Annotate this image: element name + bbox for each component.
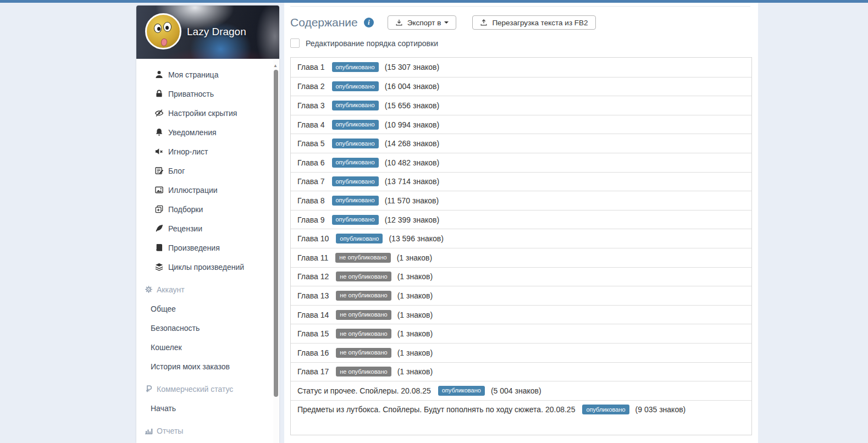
sidebar-section-label: Аккаунт	[157, 285, 185, 294]
reload-button-label: Перезагрузка текста из FB2	[492, 19, 588, 27]
chapter-row: Глава 11 не опубликовано (1 знаков)	[291, 248, 751, 267]
status-badge: опубликовано	[332, 215, 379, 225]
user-icon	[154, 70, 164, 79]
sidebar-item-label: Безопасность	[151, 324, 200, 333]
sidebar-item-label: Игнор-лист	[168, 147, 208, 156]
status-badge: опубликовано	[336, 234, 383, 243]
chapter-title-link[interactable]: Глава 8	[297, 196, 325, 205]
sidebar-item-start-commercial[interactable]: Начать	[136, 398, 279, 418]
export-button[interactable]: Экспорт в	[388, 15, 457, 30]
chapters-list: Глава 1 опубликовано (15 307 знаков) Гла…	[290, 57, 752, 435]
sidebar-menu: Моя страница Приватность Настройки скрыт…	[136, 59, 279, 440]
chapter-title-link[interactable]: Глава 13	[297, 291, 329, 300]
chevron-down-icon	[444, 21, 449, 24]
sidebar-item-blog[interactable]: Блог	[136, 161, 279, 180]
chapter-title-link[interactable]: Глава 3	[297, 101, 325, 110]
profile-name: Lazy Dragon	[187, 26, 246, 38]
chapter-title-link[interactable]: Глава 2	[297, 82, 325, 91]
avatar[interactable]	[145, 13, 181, 49]
sidebar-item-label: Блог	[168, 167, 185, 175]
sidebar-item-label: Приватность	[168, 90, 214, 98]
chapter-title-link[interactable]: Глава 10	[297, 234, 329, 243]
sidebar-item-notifications[interactable]: Уведомления	[136, 123, 279, 142]
ruble-icon	[144, 384, 153, 394]
mute-icon	[154, 147, 164, 156]
scroll-up-icon[interactable]: ▲	[273, 64, 278, 68]
main-panel: Содержание i Экспорт в Перезагрузка текс…	[284, 3, 758, 443]
collections-icon	[154, 204, 164, 214]
status-badge: опубликовано	[332, 158, 379, 168]
chapter-title-link[interactable]: Глава 7	[297, 177, 325, 186]
reload-fb2-button[interactable]: Перезагрузка текста из FB2	[472, 15, 595, 30]
status-badge: опубликовано	[332, 81, 379, 91]
sidebar-section-account[interactable]: Аккаунт	[136, 280, 279, 299]
sidebar-item-label: Настройки скрытия	[168, 109, 237, 118]
avatar-eye	[154, 24, 162, 33]
sidebar-item-reviews[interactable]: Рецензии	[136, 219, 279, 238]
avatar-tongue	[161, 38, 168, 47]
sidebar-item-ignore-list[interactable]: Игнор-лист	[136, 142, 279, 161]
chapter-title-link[interactable]: Глава 16	[297, 348, 329, 357]
sidebar-section-commercial-status[interactable]: Коммерческий статус	[136, 379, 279, 398]
chapter-title-link[interactable]: Глава 1	[297, 63, 325, 71]
sidebar-scrollbar-thumb[interactable]	[274, 70, 278, 397]
chapter-row: Статус и прочее. Спойлеры. 20.08.25 опуб…	[291, 381, 751, 400]
chapter-title-link[interactable]: Глава 6	[297, 158, 325, 167]
settings-sidebar: Lazy Dragon Моя страница Приватность Нас…	[136, 5, 279, 443]
sidebar-item-label: Подборки	[168, 205, 203, 214]
status-badge: опубликовано	[332, 176, 379, 186]
sidebar-item-work-cycles[interactable]: Циклы произведений	[136, 257, 279, 276]
sort-order-checkbox[interactable]	[290, 38, 300, 48]
upload-icon	[480, 19, 488, 26]
status-badge: опубликовано	[332, 120, 379, 130]
chapter-title-link[interactable]: Глава 14	[297, 311, 329, 319]
header-divider	[290, 6, 750, 7]
sidebar-item-collections[interactable]: Подборки	[136, 200, 279, 219]
sidebar-item-label: Произведения	[168, 243, 220, 252]
profile-card[interactable]: Lazy Dragon	[136, 5, 279, 59]
chapter-row: Глава 1 опубликовано (15 307 знаков)	[291, 58, 751, 77]
sidebar-item-general[interactable]: Общее	[136, 299, 279, 318]
bell-icon	[154, 128, 164, 137]
sidebar-item-hide-settings[interactable]: Настройки скрытия	[136, 103, 279, 123]
info-icon[interactable]: i	[364, 18, 374, 27]
sidebar-item-works[interactable]: Произведения	[136, 238, 279, 257]
chapter-title-link[interactable]: Глава 5	[297, 139, 325, 148]
chapter-row: Глава 15 не опубликовано (1 знаков)	[291, 324, 751, 343]
chapter-row: Глава 10 опубликовано (13 596 знаков)	[291, 229, 751, 248]
sidebar-item-wallet[interactable]: Кошелек	[136, 337, 279, 357]
chapter-row: Глава 13 не опубликовано (1 знаков)	[291, 286, 751, 305]
chapter-row: Глава 14 не опубликовано (1 знаков)	[291, 305, 751, 324]
chapter-title-link[interactable]: Глава 12	[297, 272, 329, 281]
status-badge: опубликовано	[332, 101, 379, 110]
status-badge: не опубликовано	[336, 291, 391, 301]
status-badge: опубликовано	[332, 139, 379, 148]
status-badge: опубликовано	[582, 405, 629, 414]
chapter-row: Глава 7 опубликовано (13 714 знаков)	[291, 172, 751, 191]
gears-icon	[144, 285, 153, 294]
sidebar-item-my-page[interactable]: Моя страница	[136, 65, 279, 84]
eye-slash-icon	[154, 108, 164, 118]
chapter-title-link[interactable]: Глава 9	[297, 215, 325, 224]
sidebar-item-security[interactable]: Безопасность	[136, 318, 279, 337]
sidebar-item-order-history[interactable]: История моих заказов	[136, 357, 279, 376]
sort-order-label: Редактирование порядка сортировки	[306, 39, 438, 48]
sidebar-item-privacy[interactable]: Приватность	[136, 84, 279, 103]
chapter-title-link[interactable]: Глава 15	[297, 329, 329, 338]
sidebar-item-label: Общее	[151, 304, 176, 313]
chapter-char-count: (10 482 знаков)	[385, 158, 439, 167]
chapter-title-link[interactable]: Статус и прочее. Спойлеры. 20.08.25	[297, 386, 431, 395]
chapter-title-link[interactable]: Глава 17	[297, 367, 329, 376]
lock-icon	[154, 89, 164, 98]
status-badge: не опубликовано	[336, 367, 391, 376]
sidebar-item-illustrations[interactable]: Иллюстрации	[136, 180, 279, 200]
page-title: Содержание	[290, 16, 358, 29]
chapter-title-link[interactable]: Предметы из лутбокса. Спойлеры. Будут по…	[297, 405, 575, 414]
sidebar-section-reports[interactable]: Отчеты	[136, 421, 279, 440]
sidebar-item-label: Уведомления	[168, 128, 217, 137]
chapter-char-count: (14 268 знаков)	[385, 139, 439, 148]
chapter-char-count: (11 570 знаков)	[385, 196, 439, 205]
chapter-char-count: (1 знаков)	[397, 311, 433, 319]
chapter-title-link[interactable]: Глава 11	[297, 253, 328, 262]
chapter-title-link[interactable]: Глава 4	[297, 120, 325, 129]
